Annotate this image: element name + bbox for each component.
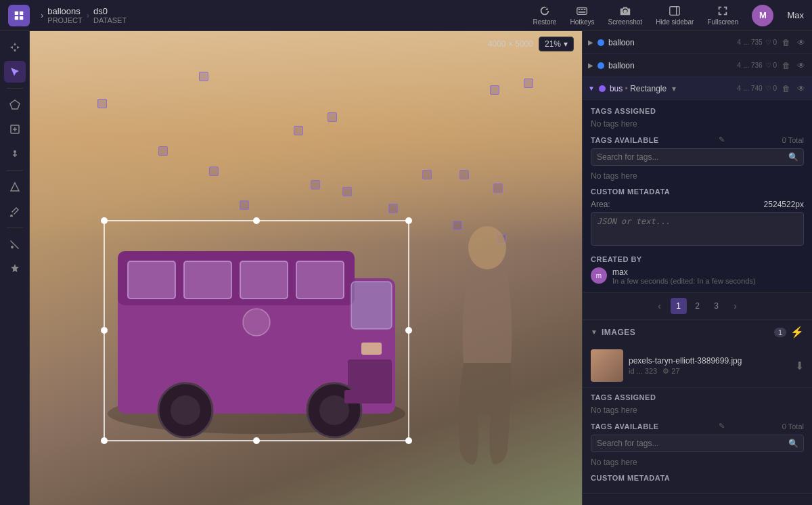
image-tags-count: 0 Total	[782, 422, 804, 431]
image-tags-available-header: TAGS AVAILABLE ✎ 0 Total	[591, 422, 804, 431]
dataset-label: DATASET	[93, 16, 127, 24]
annotation-color-dot-2	[597, 62, 604, 69]
person-silhouette	[447, 214, 528, 471]
delete-annotation-button-3[interactable]: 🗑	[781, 83, 792, 95]
expand-chevron-3[interactable]: ▼	[588, 85, 595, 92]
brush-tool[interactable]	[4, 200, 26, 222]
shape-tool[interactable]	[4, 176, 26, 198]
edit-tags-button[interactable]: ✎	[719, 135, 725, 144]
svg-rect-8	[579, 12, 586, 13]
logo[interactable]	[8, 5, 30, 26]
dataset-name[interactable]: ds0	[93, 6, 127, 16]
page-1-button[interactable]: 1	[671, 298, 687, 314]
svg-rect-34	[344, 390, 392, 403]
images-count-badge: 1	[774, 328, 786, 337]
next-page-button[interactable]: ›	[727, 298, 744, 314]
balloon-annotation-dot	[199, 72, 208, 81]
prev-page-button[interactable]: ‹	[652, 298, 668, 314]
collapse-chevron[interactable]: ▶	[588, 39, 593, 46]
delete-annotation-button[interactable]: 🗑	[781, 37, 792, 49]
visibility-toggle-2[interactable]: 👁	[796, 60, 807, 72]
balloon-annotation-dot	[240, 200, 249, 210]
annotation-class-label-2: balloon	[608, 61, 733, 70]
image-search-tags-input[interactable]	[591, 435, 804, 452]
creator-time: In a few seconds (edited: In a few secon…	[612, 277, 756, 285]
svg-point-45	[468, 226, 506, 269]
download-image-button[interactable]: ⬇	[795, 359, 804, 372]
screenshot-button[interactable]: Screenshot	[608, 5, 643, 26]
svg-rect-28	[361, 343, 382, 355]
svg-rect-6	[581, 9, 583, 10]
balloon-annotation-dot	[342, 187, 352, 196]
canvas-content	[30, 31, 582, 505]
creator-name: max	[612, 267, 756, 277]
keypoint-tool[interactable]	[4, 143, 26, 164]
no-tags-assigned-text: No tags here	[591, 119, 804, 129]
magic-tool[interactable]	[4, 258, 26, 280]
svg-rect-4	[577, 8, 587, 15]
svg-rect-29	[348, 359, 392, 393]
images-section-title: IMAGES	[602, 328, 770, 337]
hide-sidebar-button[interactable]: Hide sidebar	[656, 5, 694, 26]
balloon-annotation-dot	[524, 79, 533, 88]
fullscreen-button[interactable]: Fullscreen	[707, 5, 738, 26]
visibility-toggle[interactable]: 👁	[796, 37, 807, 49]
visibility-toggle-3[interactable]: 👁	[796, 83, 807, 95]
svg-rect-10	[670, 7, 679, 16]
images-chevron[interactable]: ▼	[591, 328, 597, 336]
balloon-annotation-dot	[158, 146, 168, 156]
edit-image-tags-button[interactable]: ✎	[719, 422, 725, 431]
svg-rect-0	[15, 11, 18, 14]
images-section-header[interactable]: ▼ IMAGES 1 ⚡	[583, 320, 812, 344]
annotation-row-2[interactable]: ▶ balloon 4... 736♡ 0 🗑 👁	[583, 54, 812, 77]
filter-icon[interactable]: ⚡	[790, 326, 804, 338]
image-dimensions: 4000 × 5000	[488, 39, 533, 49]
image-item[interactable]: pexels-taryn-elliott-3889699.jpg id ... …	[583, 344, 812, 388]
page-2-button[interactable]: 2	[690, 298, 706, 314]
delete-annotation-button-2[interactable]: 🗑	[781, 60, 792, 72]
svg-rect-26	[296, 261, 344, 299]
annotation-tool[interactable]	[4, 118, 26, 140]
tags-available-title: TAGS AVAILABLE	[591, 136, 659, 144]
svg-rect-1	[20, 11, 23, 14]
zoom-control[interactable]: 21% ▾	[539, 37, 574, 51]
select-tool[interactable]	[4, 61, 26, 83]
search-icon: 🔍	[788, 152, 798, 162]
creator-row: m max In a few seconds (edited: In a few…	[591, 267, 804, 285]
move-tool[interactable]	[4, 37, 26, 58]
annotation-class-label-3: bus • Rectangle ▾	[610, 84, 733, 93]
toolbar-separator-2	[7, 170, 23, 171]
annotation-color-dot	[597, 39, 604, 46]
bus-annotation	[104, 224, 409, 441]
image-tags-section: TAGS ASSIGNED No tags here TAGS AVAILABL…	[583, 393, 812, 493]
image-search-tags-wrapper: 🔍	[591, 435, 804, 452]
svg-marker-12	[10, 100, 20, 109]
svg-rect-2	[15, 16, 18, 19]
image-custom-metadata-title: CUSTOM METADATA	[591, 474, 804, 482]
annotation-row-3[interactable]: ▼ bus • Rectangle ▾ 4... 740♡ 0 🗑 👁	[583, 77, 812, 100]
paint-tool[interactable]	[4, 234, 26, 255]
annotation-expanded-panel: TAGS ASSIGNED No tags here TAGS AVAILABL…	[583, 100, 812, 292]
collapse-chevron-2[interactable]: ▶	[588, 62, 593, 69]
canvas-area[interactable]: 4000 × 5000 21% ▾	[30, 31, 582, 505]
image-search-icon: 🔍	[788, 439, 798, 448]
restore-button[interactable]: Restore	[533, 5, 556, 26]
image-tags-assigned-title: TAGS ASSIGNED	[591, 393, 804, 401]
search-tags-input[interactable]	[591, 148, 804, 166]
balloon-annotation-dot	[328, 112, 337, 122]
svg-rect-24	[184, 261, 231, 299]
search-tags-wrapper: 🔍	[591, 148, 804, 166]
project-name[interactable]: balloons	[47, 6, 82, 16]
breadcrumb: › balloons PROJECT › ds0 DATASET	[41, 6, 127, 24]
svg-point-31	[171, 395, 200, 425]
polygon-tool[interactable]	[4, 94, 26, 116]
hotkeys-button[interactable]: Hotkeys	[570, 5, 594, 26]
canvas-topbar: 4000 × 5000 21% ▾	[488, 37, 574, 51]
created-by-section: CREATED BY m max In a few seconds (edite…	[591, 255, 804, 285]
user-avatar[interactable]: M	[752, 5, 773, 26]
annotation-row-1[interactable]: ▶ balloon 4... 735♡ 0 🗑 👁	[583, 31, 812, 54]
page-3-button[interactable]: 3	[708, 298, 725, 314]
image-metadata: id ... 323 ⚙ 27	[629, 367, 790, 376]
custom-metadata-textarea[interactable]	[591, 212, 804, 246]
image-filename: pexels-taryn-elliott-3889699.jpg	[629, 356, 790, 366]
